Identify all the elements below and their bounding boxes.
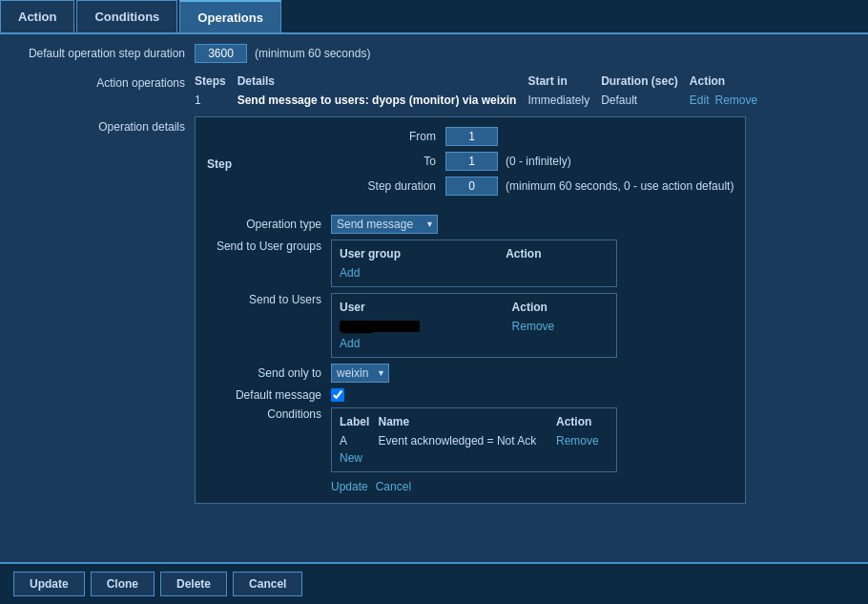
tab-operations[interactable]: Operations — [179, 0, 281, 32]
operation-details-row: Operation details Step From To (0 - inf — [13, 116, 855, 504]
step-fields: From To (0 - infinitely) Step duration (… — [321, 127, 734, 201]
main-content: Default operation step duration (minimum… — [0, 34, 868, 521]
col-action: Action — [690, 73, 769, 92]
action-operations-row: Action operations Steps Details Start in… — [13, 73, 855, 109]
step-header-row: Step From To (0 - infinitely) Step dur — [207, 127, 734, 201]
cancel-button[interactable]: Cancel — [233, 572, 302, 596]
action-operations-content: Steps Details Start in Duration (sec) Ac… — [195, 73, 769, 109]
edit-link[interactable]: Edit — [690, 94, 710, 107]
col-steps: Steps — [195, 73, 238, 92]
operation-details-inner: Step From To (0 - infinitely) Step dur — [195, 116, 746, 504]
send-to-users-row: Send to Users User Action ███ — [207, 293, 734, 358]
from-input[interactable] — [445, 127, 498, 146]
row-step: 1 — [195, 92, 238, 109]
to-hint: (0 - infinitely) — [506, 155, 571, 168]
user-groups-table: User group Action Add — [340, 245, 609, 281]
user-remove-link[interactable]: Remove — [512, 320, 555, 333]
user-row: ████ (monitor) Remove — [340, 318, 609, 335]
to-row: To (0 - infinitely) — [321, 152, 734, 171]
bottom-bar: Update Clone Delete Cancel — [0, 562, 868, 604]
cond-new-link[interactable]: New — [340, 451, 362, 465]
row-details: Send message to users: dyops (monitor) v… — [238, 92, 528, 109]
users-table: User Action ████ (monitor) Remove — [340, 299, 609, 352]
cond-col-action: Action — [556, 413, 609, 432]
ug-col-group: User group — [340, 245, 506, 264]
step-duration-hint: (minimum 60 seconds, 0 - use action defa… — [506, 179, 734, 193]
send-only-to-wrapper[interactable]: weixin email sms — [331, 364, 389, 383]
cond-col-label: Label — [340, 413, 379, 432]
u-col-user: User — [340, 299, 512, 318]
user-name: ████ (monitor) — [340, 318, 512, 335]
from-label: From — [321, 130, 445, 143]
default-message-row: Default message — [207, 388, 734, 402]
send-only-to-select[interactable]: weixin email sms — [331, 364, 389, 383]
step-section: Step From To (0 - infinitely) Step dur — [207, 127, 734, 207]
row-actions: Edit Remove — [690, 92, 769, 109]
ug-add-row: Add — [340, 264, 609, 281]
inline-cancel-link[interactable]: Cancel — [376, 480, 411, 493]
users-box: User Action ████ (monitor) Remove — [331, 293, 617, 358]
operation-type-wrapper[interactable]: Send message Send command — [331, 215, 438, 234]
clone-button[interactable]: Clone — [91, 572, 155, 596]
cond-remove-link[interactable]: Remove — [556, 434, 599, 448]
to-input[interactable] — [445, 152, 498, 171]
table-row: 1 Send message to users: dyops (monitor)… — [195, 92, 769, 109]
default-message-checkbox[interactable] — [331, 388, 344, 402]
step-duration-input[interactable] — [445, 177, 498, 196]
col-duration: Duration (sec) — [601, 73, 690, 92]
default-op-row: Default operation step duration (minimum… — [13, 44, 855, 63]
conditions-box: Label Name Action A Event acknowledged =… — [331, 407, 617, 472]
row-duration: Default — [601, 92, 690, 109]
default-op-label: Default operation step duration — [13, 47, 195, 60]
send-to-users-label: Send to Users — [207, 293, 331, 306]
tab-bar: Action Conditions Operations — [0, 0, 868, 34]
ug-add-link[interactable]: Add — [340, 266, 360, 280]
user-redacted: ████ (monitor) — [340, 321, 420, 332]
u-add-link[interactable]: Add — [340, 337, 360, 350]
conditions-table: Label Name Action A Event acknowledged =… — [340, 413, 609, 467]
action-ops-table: Steps Details Start in Duration (sec) Ac… — [195, 73, 769, 109]
default-op-hint: (minimum 60 seconds) — [255, 47, 370, 60]
cond-label-val: A — [340, 432, 379, 449]
u-add-row: Add — [340, 335, 609, 352]
col-start-in: Start in — [527, 73, 601, 92]
tab-conditions[interactable]: Conditions — [76, 0, 177, 32]
step-label: Step — [207, 157, 321, 171]
conditions-row: Conditions Label Name Action A — [207, 407, 734, 472]
row-start-in: Immediately — [527, 92, 601, 109]
user-groups-box: User group Action Add — [331, 240, 617, 287]
col-details: Details — [238, 73, 528, 92]
operation-details-label: Operation details — [13, 116, 195, 134]
update-button[interactable]: Update — [13, 572, 85, 596]
default-message-label: Default message — [207, 388, 331, 402]
ug-col-action: Action — [506, 245, 609, 264]
tab-action[interactable]: Action — [0, 0, 74, 32]
cond-new-row: New — [340, 449, 609, 467]
from-row: From — [321, 127, 734, 146]
operation-type-row: Operation type Send message Send command — [207, 215, 734, 234]
delete-button[interactable]: Delete — [160, 572, 227, 596]
u-col-action: Action — [512, 299, 609, 318]
default-op-input[interactable] — [195, 44, 247, 63]
remove-link[interactable]: Remove — [715, 94, 758, 107]
step-duration-label: Step duration — [321, 179, 445, 193]
send-to-user-groups-label: Send to User groups — [207, 240, 331, 253]
send-to-user-groups-row: Send to User groups User group Action — [207, 240, 734, 287]
to-label: To — [321, 155, 445, 168]
send-only-to-label: Send only to — [207, 366, 331, 380]
step-duration-row: Step duration (minimum 60 seconds, 0 - u… — [321, 177, 734, 196]
send-only-to-row: Send only to weixin email sms — [207, 364, 734, 383]
action-operations-label: Action operations — [13, 73, 195, 90]
user-remove-cell: Remove — [512, 318, 609, 335]
cond-col-name: Name — [379, 413, 556, 432]
inline-buttons: Update Cancel — [207, 480, 734, 493]
conditions-label: Conditions — [207, 407, 331, 421]
operation-type-select[interactable]: Send message Send command — [331, 215, 438, 234]
cond-remove-cell: Remove — [556, 432, 609, 449]
cond-name-val: Event acknowledged = Not Ack — [379, 432, 556, 449]
operation-type-label: Operation type — [207, 218, 331, 231]
inline-update-link[interactable]: Update — [331, 480, 368, 493]
cond-row: A Event acknowledged = Not Ack Remove — [340, 432, 609, 449]
